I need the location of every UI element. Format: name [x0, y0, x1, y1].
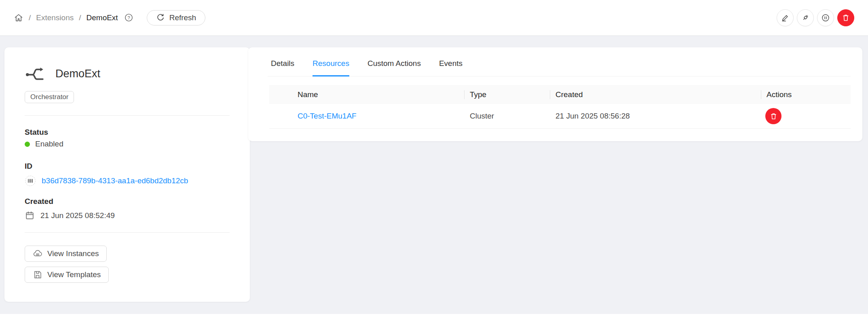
resource-name-cell: C0-Test-EMu1AF	[269, 112, 464, 121]
refresh-button[interactable]: Refresh	[147, 10, 206, 25]
resource-actions-cell	[761, 108, 851, 124]
breadcrumb-extensions[interactable]: Extensions	[36, 13, 74, 22]
created-value-line: 21 Jun 2025 08:52:49	[25, 210, 115, 220]
trash-icon	[769, 112, 778, 121]
column-header-actions: Actions	[761, 90, 851, 99]
delete-resource-button[interactable]	[765, 108, 781, 124]
refresh-label: Refresh	[169, 13, 196, 22]
header-actions	[777, 9, 854, 26]
resource-created-cell: 21 Jun 2025 08:56:28	[550, 112, 761, 121]
extension-header: DemoExt	[25, 64, 100, 84]
resources-table: Name Type Created Actions C0-Test-EMu1AF…	[269, 85, 851, 129]
breadcrumb-separator: /	[29, 13, 31, 22]
status-enabled-dot	[25, 142, 30, 147]
view-instances-label: View Instances	[47, 249, 99, 258]
extension-content-card: Details Resources Custom Actions Events …	[248, 47, 862, 141]
resource-type-cell: Cluster	[464, 112, 550, 121]
barcode-icon[interactable]	[25, 175, 36, 187]
tab-resources[interactable]: Resources	[313, 59, 349, 76]
id-label: ID	[25, 162, 32, 171]
column-header-name: Name	[269, 90, 464, 99]
cloud-server-icon	[33, 249, 42, 259]
edit-pencil-icon	[781, 13, 790, 22]
created-label: Created	[25, 197, 53, 206]
breadcrumb-current: DemoExt	[87, 13, 118, 22]
tabs-bar: Details Resources Custom Actions Events	[268, 47, 851, 76]
id-value-line: b36d7838-789b-4313-aa1a-ed6bd2db12cb	[25, 175, 188, 187]
divider	[25, 115, 230, 116]
extension-route-icon	[25, 64, 45, 84]
template-save-icon	[33, 270, 42, 280]
pause-button[interactable]	[817, 9, 834, 26]
extension-id-link[interactable]: b36d7838-789b-4313-aa1a-ed6bd2db12cb	[42, 176, 188, 185]
tab-details[interactable]: Details	[271, 59, 294, 76]
view-templates-button[interactable]: View Templates	[25, 267, 109, 283]
page: / Extensions / DemoExt ? Refresh	[0, 0, 868, 318]
column-header-created: Created	[550, 90, 761, 99]
delete-extension-button[interactable]	[837, 9, 854, 26]
resource-name-link[interactable]: C0-Test-EMu1AF	[298, 112, 357, 120]
top-bar: / Extensions / DemoExt ? Refresh	[0, 0, 868, 36]
calendar-icon	[25, 210, 35, 220]
column-header-type: Type	[464, 90, 550, 99]
connect-button[interactable]	[797, 9, 814, 26]
help-question-circle-icon[interactable]: ?	[124, 13, 133, 22]
refresh-icon	[156, 13, 165, 22]
status-value-line: Enabled	[25, 140, 63, 148]
edit-button[interactable]	[777, 9, 794, 26]
extension-title: DemoExt	[55, 68, 100, 80]
breadcrumb-separator: /	[79, 13, 81, 22]
view-templates-label: View Templates	[47, 270, 101, 279]
plug-icon	[801, 13, 810, 22]
extension-type-badge: Orchestrator	[25, 91, 74, 103]
status-label: Status	[25, 128, 48, 137]
divider	[25, 232, 230, 233]
extension-detail-card: DemoExt Orchestrator Status Enabled ID	[4, 47, 250, 302]
tab-custom-actions[interactable]: Custom Actions	[367, 59, 421, 76]
tab-events[interactable]: Events	[439, 59, 463, 76]
breadcrumb: / Extensions / DemoExt ? Refresh	[14, 10, 205, 25]
trash-icon	[841, 13, 850, 22]
created-value: 21 Jun 2025 08:52:49	[40, 211, 115, 220]
table-row: C0-Test-EMu1AF Cluster 21 Jun 2025 08:56…	[269, 104, 851, 129]
svg-text:?: ?	[127, 15, 130, 20]
pause-circle-icon	[821, 13, 830, 22]
view-instances-button[interactable]: View Instances	[25, 246, 107, 262]
home-icon[interactable]	[14, 13, 23, 23]
resources-table-header: Name Type Created Actions	[269, 85, 851, 104]
status-value: Enabled	[35, 140, 63, 148]
